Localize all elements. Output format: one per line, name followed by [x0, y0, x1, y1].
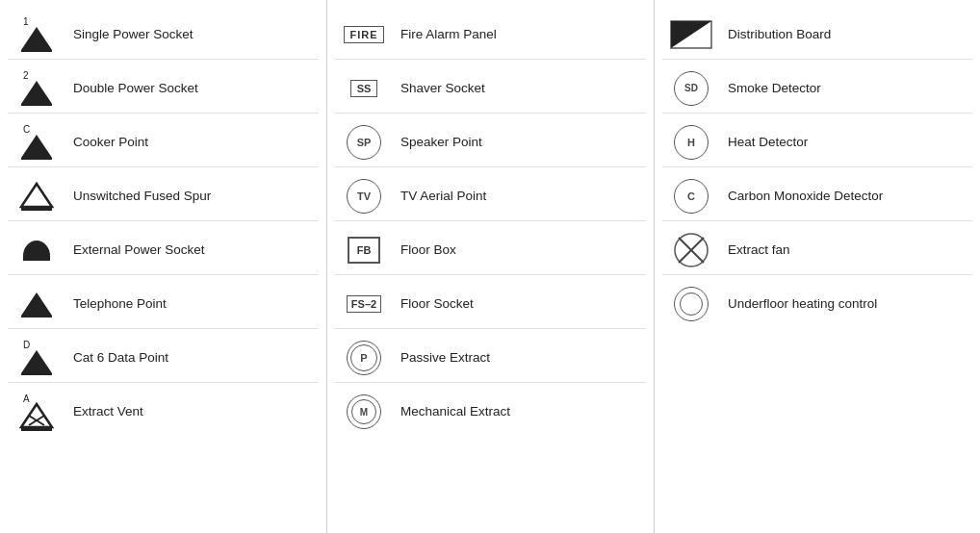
svg-marker-4 — [21, 135, 52, 158]
fire-alarm-panel-label: Fire Alarm Panel — [393, 26, 646, 43]
speaker-point-icon: SP — [335, 125, 393, 160]
carbon-monoxide-detector-icon: C — [662, 179, 720, 214]
list-item: Unswitched Fused Spur — [8, 171, 319, 221]
cat6-data-point-icon: D — [8, 340, 65, 375]
shaver-socket-icon: SS — [335, 80, 393, 97]
floor-box-icon: FB — [335, 237, 393, 264]
svg-marker-18 — [671, 21, 711, 48]
list-item: D Cat 6 Data Point — [8, 333, 319, 383]
unswitched-fused-spur-icon — [8, 182, 65, 211]
column-2: FIRE Fire Alarm Panel SS Shaver Socket S… — [327, 0, 655, 533]
fire-alarm-panel-icon: FIRE — [335, 26, 393, 43]
passive-extract-icon: P — [335, 341, 393, 375]
underfloor-heating-control-label: Underfloor heating control — [720, 295, 972, 313]
svg-marker-6 — [21, 184, 52, 207]
list-item: Extract fan — [662, 225, 972, 275]
shaver-socket-label: Shaver Socket — [393, 80, 646, 97]
list-item: Distribution Board — [662, 10, 972, 60]
list-item: C Cooker Point — [8, 117, 319, 167]
svg-marker-2 — [21, 81, 52, 104]
double-power-socket-icon: 2 — [8, 70, 65, 106]
unswitched-fused-spur-label: Unswitched Fused Spur — [65, 188, 319, 205]
list-item: Telephone Point — [8, 279, 319, 329]
list-item: FIRE Fire Alarm Panel — [335, 10, 646, 60]
smoke-detector-icon: SD — [662, 71, 720, 106]
list-item: External Power Socket — [8, 225, 319, 275]
column-3: Distribution Board SD Smoke Detector H H… — [655, 0, 980, 533]
carbon-monoxide-detector-label: Carbon Monoxide Detector — [720, 188, 972, 205]
single-power-socket-label: Single Power Socket — [65, 26, 319, 43]
svg-marker-9 — [21, 292, 52, 316]
cat6-data-point-label: Cat 6 Data Point — [65, 349, 319, 367]
svg-rect-7 — [21, 207, 52, 211]
svg-rect-5 — [21, 158, 52, 160]
tv-aerial-point-icon: TV — [335, 179, 393, 214]
list-item: H Heat Detector — [662, 117, 972, 167]
floor-socket-icon: FS–2 — [335, 295, 393, 313]
extract-fan-label: Extract fan — [720, 241, 972, 259]
underfloor-heating-control-icon — [662, 287, 720, 321]
smoke-detector-label: Smoke Detector — [720, 80, 972, 97]
extract-vent-label: Extract Vent — [65, 403, 319, 420]
list-item: FS–2 Floor Socket — [335, 279, 646, 329]
mechanical-extract-label: Mechanical Extract — [393, 403, 646, 420]
external-power-socket-label: External Power Socket — [65, 241, 319, 259]
list-item: M Mechanical Extract — [335, 387, 646, 437]
list-item: SP Speaker Point — [335, 117, 646, 167]
svg-marker-0 — [21, 27, 52, 50]
list-item: Underfloor heating control — [662, 279, 972, 329]
single-power-socket-icon: 1 — [8, 16, 65, 52]
distribution-board-icon — [662, 20, 720, 49]
svg-rect-1 — [21, 50, 52, 52]
speaker-point-label: Speaker Point — [393, 134, 646, 151]
heat-detector-icon: H — [662, 125, 720, 160]
list-item: C Carbon Monoxide Detector — [662, 171, 972, 221]
svg-marker-11 — [21, 350, 52, 373]
list-item: 1 Single Power Socket — [8, 10, 319, 60]
heat-detector-label: Heat Detector — [720, 134, 972, 151]
floor-box-label: Floor Box — [393, 241, 646, 259]
tv-aerial-point-label: TV Aerial Point — [393, 188, 646, 205]
list-item: SS Shaver Socket — [335, 63, 646, 114]
floor-socket-label: Floor Socket — [393, 295, 646, 313]
column-1: 1 Single Power Socket 2 — [0, 0, 327, 533]
svg-marker-13 — [21, 404, 52, 427]
double-power-socket-label: Double Power Socket — [65, 80, 319, 97]
extract-fan-icon — [662, 232, 720, 268]
svg-rect-3 — [21, 104, 52, 106]
extract-vent-icon: A — [8, 393, 65, 431]
list-item: TV TV Aerial Point — [335, 171, 646, 221]
passive-extract-label: Passive Extract — [393, 349, 646, 367]
telephone-point-icon — [8, 291, 65, 317]
legend-grid: 1 Single Power Socket 2 — [0, 0, 980, 533]
list-item: A Extract Vent — [8, 387, 319, 437]
cooker-point-icon: C — [8, 124, 65, 160]
list-item: 2 Double Power Socket — [8, 63, 319, 114]
list-item: P Passive Extract — [335, 333, 646, 383]
list-item: SD Smoke Detector — [662, 63, 972, 114]
distribution-board-label: Distribution Board — [720, 26, 972, 43]
telephone-point-label: Telephone Point — [65, 295, 319, 313]
svg-rect-10 — [21, 316, 52, 317]
cooker-point-label: Cooker Point — [65, 134, 319, 151]
svg-rect-14 — [21, 427, 52, 431]
svg-rect-12 — [21, 373, 52, 375]
list-item: FB Floor Box — [335, 225, 646, 275]
mechanical-extract-icon: M — [335, 394, 393, 429]
svg-rect-8 — [23, 256, 50, 261]
external-power-socket-icon — [8, 237, 65, 264]
